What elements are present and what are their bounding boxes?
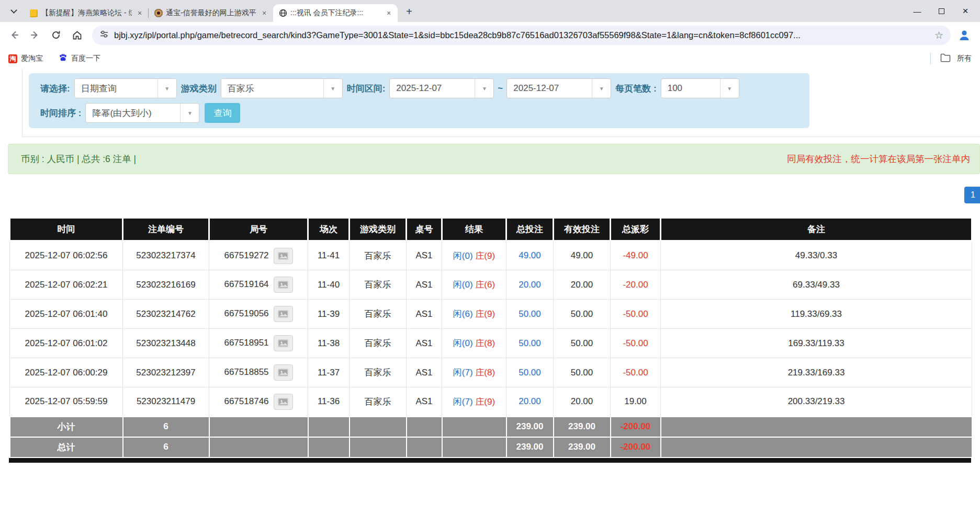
total-bet-link[interactable]: 20.00	[519, 280, 541, 290]
filter-row-1: 请选择: 日期查询 ▼ 游戏类别 百家乐 ▼ 时间区间: 2025-12-07 …	[36, 78, 802, 98]
tab-title: 通宝-信誉最好的网上游戏平台	[166, 8, 256, 18]
cell-total-bet: 20.00	[506, 387, 554, 417]
header-remark: 备注	[661, 218, 972, 241]
reload-button[interactable]	[47, 26, 65, 44]
subtotal-payout: -200.00	[611, 417, 661, 437]
total-label: 总计	[10, 437, 123, 457]
total-bet-link[interactable]: 50.00	[519, 338, 541, 348]
total-bet-link[interactable]: 49.00	[519, 250, 541, 260]
round-replay-button[interactable]	[274, 335, 293, 351]
date-to-select[interactable]: 2025-12-07 ▼	[506, 78, 611, 98]
forward-button[interactable]	[26, 26, 44, 44]
home-button[interactable]	[68, 26, 86, 44]
close-icon[interactable]: ×	[260, 8, 269, 18]
cell-session: 11-40	[308, 270, 350, 300]
total-bet-link[interactable]: 20.00	[519, 396, 541, 406]
url-bar[interactable]: bjbj.xyz/ipl/portal.php/game/betrecord_s…	[92, 26, 951, 45]
date-from-select[interactable]: 2025-12-07 ▼	[389, 78, 494, 98]
tab-bet-record-active[interactable]: :::视讯 会员下注纪录::: ×	[273, 4, 398, 22]
summary-currency-count: 币别 : 人民币 | 总共 :6 注单 |	[21, 153, 136, 165]
result-banker: 庄(8)	[475, 368, 495, 377]
result-banker: 庄(6)	[475, 280, 495, 290]
total-payout: -200.00	[611, 437, 661, 457]
round-replay-button[interactable]	[274, 248, 293, 264]
total-bet-link[interactable]: 50.00	[519, 309, 541, 319]
filter-section: 请选择: 日期查询 ▼ 游戏类别 百家乐 ▼ 时间区间: 2025-12-07 …	[22, 69, 980, 137]
time-range-label: 时间区间:	[343, 83, 390, 95]
bookmark-star-icon[interactable]: ☆	[934, 29, 943, 41]
subtotal-valid-bet: 239.00	[554, 417, 611, 437]
bookmark-aitaobao[interactable]: 淘 爱淘宝	[8, 54, 43, 63]
cell-session: 11-36	[308, 387, 350, 417]
round-replay-button[interactable]	[274, 394, 293, 410]
url-text[interactable]: bjbj.xyz/ipl/portal.php/game/betrecord_s…	[114, 30, 929, 40]
dropdown-arrow-icon: ▼	[475, 79, 493, 98]
close-icon[interactable]: ×	[384, 8, 393, 18]
table-bottom-bar	[9, 458, 971, 463]
table-row: 2025-12-07 06:00:29 523023212397 6675188…	[10, 358, 972, 387]
globe-icon	[278, 9, 287, 18]
date-from-value: 2025-12-07	[390, 79, 475, 98]
bookmark-label: 爱淘宝	[21, 54, 43, 63]
sort-value: 降幂(由大到小)	[86, 104, 180, 122]
cell-round: 667518855	[209, 358, 308, 387]
total-bet-link[interactable]: 50.00	[519, 368, 541, 377]
result-banker: 庄(8)	[475, 338, 495, 348]
tab-forum[interactable]: 【新提醒】海燕策略论坛 - 综合 ×	[24, 4, 149, 22]
cell-total-bet: 50.00	[506, 300, 554, 329]
page-size-value: 100	[661, 79, 720, 98]
tab-search-button[interactable]	[6, 4, 21, 18]
profile-avatar[interactable]	[955, 26, 974, 44]
round-replay-button[interactable]	[274, 306, 293, 322]
maximize-icon	[939, 8, 944, 14]
header-table-no: 桌号	[407, 218, 442, 241]
cell-game-type: 百家乐	[350, 300, 407, 329]
round-id: 667519164	[224, 279, 268, 289]
total-total-bet: 239.00	[506, 437, 554, 457]
header-result: 结果	[442, 218, 506, 241]
filter-panel: 请选择: 日期查询 ▼ 游戏类别 百家乐 ▼ 时间区间: 2025-12-07 …	[29, 73, 809, 128]
cell-session: 11-38	[308, 329, 350, 358]
result-player: 闲(0)	[453, 338, 473, 348]
cell-payout: -50.00	[611, 300, 661, 329]
bookmarks-overflow[interactable]: 所有	[930, 53, 972, 64]
close-icon[interactable]: ×	[135, 8, 144, 18]
round-replay-button[interactable]	[274, 364, 293, 381]
sort-select[interactable]: 降幂(由大到小) ▼	[85, 103, 199, 123]
cell-time: 2025-12-07 05:59:59	[10, 387, 123, 417]
dropdown-arrow-icon: ▼	[157, 79, 176, 98]
tab-title: :::视讯 会员下注纪录:::	[290, 8, 381, 18]
cell-payout: -49.00	[611, 241, 661, 270]
round-replay-button[interactable]	[274, 277, 293, 293]
tab-tongbao[interactable]: 通宝-信誉最好的网上游戏平台 ×	[149, 4, 273, 22]
header-bet-id: 注单编号	[123, 218, 209, 241]
new-tab-button[interactable]: +	[402, 4, 416, 19]
query-type-label: 请选择:	[36, 83, 74, 95]
game-type-value: 百家乐	[221, 79, 323, 98]
bookmark-label: 百度一下	[71, 54, 100, 63]
query-type-select[interactable]: 日期查询 ▼	[74, 78, 177, 98]
cell-result: 闲(0) 庄(6)	[442, 270, 506, 300]
round-id: 667519272	[224, 250, 268, 260]
page-1-button[interactable]: 1	[964, 187, 980, 203]
bookmark-baidu[interactable]: 百度一下	[59, 53, 100, 64]
cell-session: 11-41	[308, 241, 350, 270]
table-row: 2025-12-07 06:01:40 523023214762 6675190…	[10, 300, 972, 329]
tab-divider	[148, 8, 149, 18]
back-button[interactable]	[5, 26, 23, 44]
site-info-tune-icon[interactable]	[99, 29, 109, 41]
header-session: 场次	[308, 218, 350, 241]
maximize-button[interactable]	[937, 7, 945, 15]
window-close-button[interactable]: ×	[961, 7, 970, 15]
minimize-button[interactable]: —	[913, 7, 921, 15]
cell-valid-bet: 49.00	[554, 241, 611, 270]
game-type-select[interactable]: 百家乐 ▼	[221, 78, 343, 98]
cell-table-no: AS1	[407, 387, 442, 417]
window-controls: — ×	[913, 7, 980, 15]
page-size-select[interactable]: 100 ▼	[661, 78, 739, 98]
header-valid-bet: 有效投注	[554, 218, 611, 241]
result-player: 闲(7)	[453, 397, 473, 407]
result-player: 闲(0)	[453, 280, 473, 290]
cell-valid-bet: 50.00	[554, 358, 611, 387]
search-button[interactable]: 查询	[205, 103, 240, 123]
